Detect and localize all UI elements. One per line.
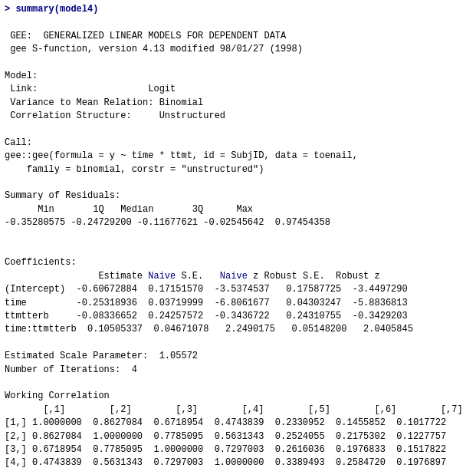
coef-interact: time:ttmtterb 0.10505337 0.04671078 2.24… — [5, 323, 471, 336]
console-output: > summary(model4) GEE: GENERALIZED LINEA… — [5, 3, 471, 468]
blank-line — [5, 16, 471, 29]
corr-line: Correlation Structure: Unstructured — [5, 110, 471, 123]
wc-r4: [4,] 0.4743839 0.5631343 0.7297003 1.000… — [5, 456, 471, 468]
model-header: Model: — [5, 70, 471, 83]
scale-param: Estimated Scale Parameter: 1.05572 — [5, 350, 471, 363]
blank-line — [5, 57, 471, 70]
blank-line — [5, 230, 471, 243]
blank-line — [5, 377, 471, 390]
resid-vals: -0.35280575 -0.24729200 -0.11677621 -0.0… — [5, 216, 471, 229]
wc-r2: [2,] 0.8627084 1.0000000 0.7785095 0.563… — [5, 430, 471, 443]
coef-ttmt: ttmtterb -0.08336652 0.24257572 -0.34367… — [5, 310, 471, 323]
coef-time: time -0.25318936 0.03719999 -6.8061677 0… — [5, 297, 471, 310]
coef-cols: Estimate Naive S.E. Naive z Robust S.E. … — [5, 270, 471, 283]
variance-line: Variance to Mean Relation: Binomial — [5, 97, 471, 110]
resid-header: Summary of Residuals: — [5, 190, 471, 203]
coef-header: Coefficients: — [5, 256, 471, 269]
blank-line — [5, 124, 471, 137]
iterations: Number of Iterations: 4 — [5, 364, 471, 377]
link-line: Link: Logit — [5, 83, 471, 96]
prompt: > summary(model4) — [5, 3, 471, 16]
call-header: Call: — [5, 137, 471, 150]
blank-line — [5, 176, 471, 190]
gee-version: gee S-function, version 4.13 modified 98… — [5, 43, 471, 56]
call-line1: gee::gee(formula = y ~ time * ttmt, id =… — [5, 150, 471, 163]
wc-r3: [3,] 0.6718954 0.7785095 1.0000000 0.729… — [5, 443, 471, 456]
blank-line — [5, 337, 471, 350]
resid-cols: Min 1Q Median 3Q Max — [5, 203, 471, 216]
call-line2: family = binomial, corstr = "unstructure… — [5, 163, 471, 176]
coef-intercept: (Intercept) -0.60672884 0.17151570 -3.53… — [5, 283, 471, 296]
wc-r1: [1,] 1.0000000 0.8627084 0.6718954 0.474… — [5, 417, 471, 430]
blank-line — [5, 243, 471, 256]
wc-cols: [,1] [,2] [,3] [,4] [,5] [,6] [,7] — [5, 404, 471, 417]
gee-title: GEE: GENERALIZED LINEAR MODELS FOR DEPEN… — [5, 30, 471, 43]
wc-header: Working Correlation — [5, 390, 471, 403]
